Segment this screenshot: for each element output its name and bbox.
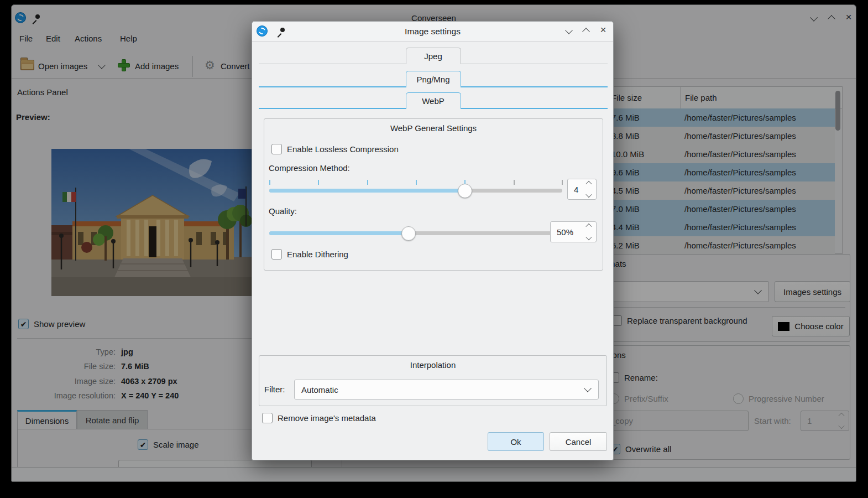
start-with-label: Start with: (754, 416, 791, 426)
dialog-titlebar[interactable]: Image settings × (252, 22, 613, 42)
checkbox-box: ✔ (262, 413, 273, 423)
ok-button[interactable]: Ok (488, 432, 544, 451)
scale-image-checkbox[interactable]: ✔ Scale image (138, 439, 199, 450)
tab-jpeg[interactable]: Jpeg (406, 48, 461, 64)
preview-image (51, 149, 254, 296)
quality-spinbox[interactable]: 50% (550, 221, 597, 242)
choose-color-button[interactable]: Choose color (772, 316, 850, 336)
maximize-button[interactable] (827, 13, 836, 23)
dialog-maximize-button[interactable] (581, 26, 591, 36)
scrollbar-thumb[interactable] (835, 91, 840, 131)
filter-label: Filter: (264, 385, 285, 394)
toolbar-separator (192, 56, 193, 77)
cancel-button[interactable]: Cancel (550, 432, 607, 451)
chevron-down-icon (584, 385, 592, 392)
tab-jpeg-row: Jpeg (259, 48, 608, 64)
dithering-label: Enable Dithering (287, 250, 348, 259)
color-swatch (778, 322, 789, 331)
table-scrollbar[interactable] (835, 89, 841, 252)
menu-help[interactable]: Help (120, 34, 137, 43)
remove-metadata-checkbox[interactable]: ✔ Remove image's metadata (262, 413, 376, 423)
filter-combobox[interactable]: Automatic (294, 380, 599, 400)
tab-png-mng-row: Png/Mng (259, 71, 608, 87)
chevron-down-icon (754, 287, 762, 294)
slider-handle[interactable] (401, 226, 416, 241)
open-images-dropdown-icon[interactable] (98, 61, 106, 69)
compression-method-label: Compression Method: (269, 163, 350, 173)
lossless-label: Enable Lossless Compression (287, 144, 399, 154)
tab-rotate-and-flip[interactable]: Rotate and flip (77, 410, 148, 429)
checkbox-box: ✔ (18, 319, 29, 329)
close-button[interactable]: × (844, 12, 854, 22)
overwrite-all-label: Overwrite all (625, 444, 671, 454)
rename-checkbox[interactable]: ✔ Rename: (609, 372, 658, 383)
info-row: Image resolution:X = 240 Y = 240 (12, 391, 260, 403)
preview-label: Preview: (16, 112, 50, 122)
column-file-path[interactable]: File path (680, 87, 842, 108)
info-row: Image size:4063 x 2709 px (12, 377, 260, 389)
slider-fill (269, 231, 409, 235)
menu-edit[interactable]: Edit (46, 34, 60, 43)
webp-group-title: WebP General Settings (264, 123, 603, 133)
minimize-button[interactable] (809, 13, 819, 23)
spin-arrows[interactable] (585, 224, 592, 240)
start-with-spinbox[interactable]: 1 (801, 411, 849, 431)
checkbox-box: ✔ (271, 144, 282, 154)
info-row: Type:jpg (12, 347, 260, 360)
add-images-button[interactable]: Add images (135, 61, 179, 71)
check-icon: ✔ (20, 320, 27, 328)
open-folder-icon (20, 60, 34, 70)
rename-label: Rename: (624, 373, 658, 382)
checkbox-box: ✔ (138, 439, 148, 450)
show-preview-label: Show preview (34, 319, 85, 329)
info-row: File size:7.6 MiB (12, 362, 260, 374)
actions-panel-title: Actions Panel (17, 87, 68, 97)
overwrite-all-checkbox[interactable]: ✔ Overwrite all (610, 444, 671, 454)
slider-handle[interactable] (458, 184, 472, 198)
menu-actions[interactable]: Actions (75, 34, 102, 43)
screen: Converseen × File Edit Actions Help Open… (0, 0, 868, 498)
radio-circle (733, 393, 744, 404)
check-icon: ✔ (140, 441, 147, 449)
add-images-icon (118, 59, 130, 71)
remove-metadata-label: Remove image's metadata (278, 413, 376, 423)
scale-image-label: Scale image (153, 440, 199, 449)
show-preview-checkbox[interactable]: ✔ Show preview (18, 319, 85, 329)
interpolation-title: Interpolation (259, 360, 606, 370)
lossless-compression-checkbox[interactable]: ✔ Enable Lossless Compression (271, 144, 399, 154)
dialog-minimize-button[interactable] (564, 26, 574, 36)
tab-webp[interactable]: WebP (406, 92, 461, 109)
panel-divider (17, 338, 259, 339)
image-settings-dialog: Image settings × Jpeg Png/Mng WebP WebP … (252, 21, 614, 460)
convert-gear-icon: ⚙ (205, 59, 215, 71)
dialog-close-button[interactable]: × (598, 25, 608, 35)
tab-png-mng[interactable]: Png/Mng (406, 71, 461, 87)
replace-transparent-bg-checkbox[interactable]: ✔ Replace transparent background (611, 315, 747, 326)
tab-dimensions[interactable]: Dimensions (17, 410, 77, 429)
checkbox-box: ✔ (271, 249, 282, 260)
column-file-size[interactable]: File size (608, 87, 683, 108)
compression-spinbox[interactable]: 4 (567, 179, 597, 200)
images-settings-button[interactable]: Images settings (775, 281, 850, 302)
dialog-title: Image settings (252, 27, 613, 37)
tab-webp-row: WebP (259, 92, 608, 109)
rename-text-field[interactable]: _copy (606, 411, 749, 431)
enable-dithering-checkbox[interactable]: ✔ Enable Dithering (271, 249, 348, 260)
menu-file[interactable]: File (19, 34, 33, 43)
spin-arrows[interactable] (838, 413, 845, 429)
compression-method-slider[interactable] (269, 181, 562, 198)
open-images-button[interactable]: Open images (38, 61, 87, 71)
status-bar (12, 467, 856, 481)
quality-label: Quality: (269, 206, 297, 216)
slider-fill (269, 189, 465, 193)
progressive-number-radio[interactable]: Progressive Number (733, 393, 824, 404)
replace-bg-label: Replace transparent background (627, 316, 747, 325)
quality-slider[interactable] (269, 224, 562, 240)
prefix-suffix-radio[interactable]: Prefix/Suffix (609, 393, 668, 404)
spin-arrows[interactable] (585, 181, 592, 198)
convert-button[interactable]: Convert (221, 61, 250, 71)
